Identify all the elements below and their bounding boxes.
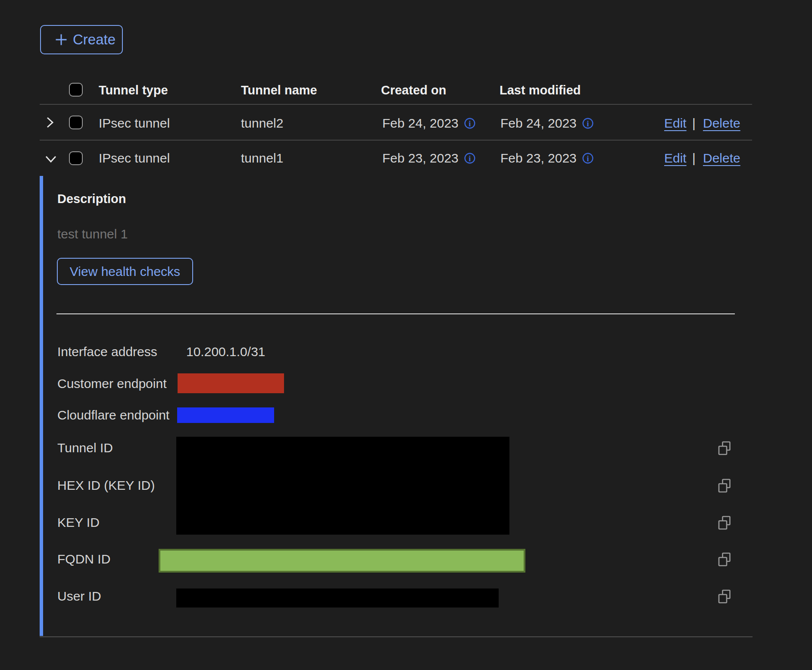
svg-text:i: i <box>587 119 589 128</box>
svg-text:i: i <box>587 154 589 163</box>
svg-text:i: i <box>468 154 471 163</box>
svg-text:i: i <box>468 119 471 128</box>
